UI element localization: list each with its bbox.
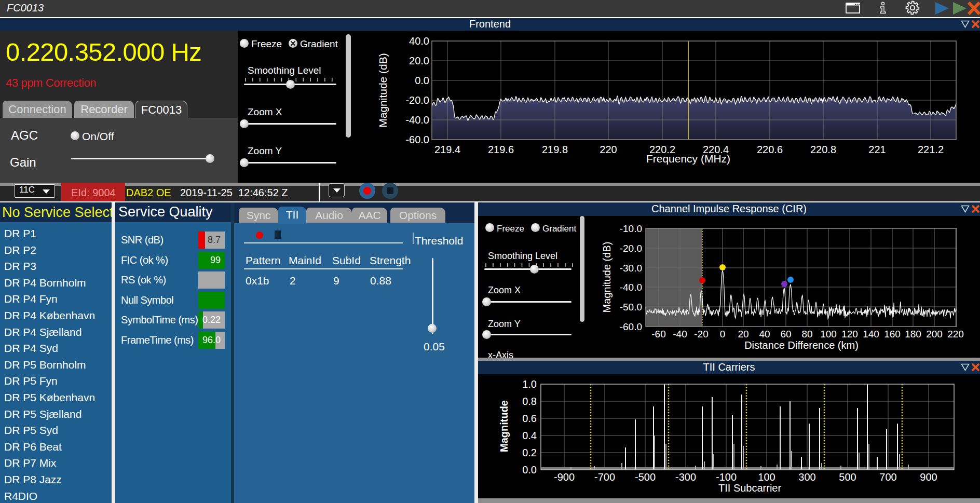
svg-text:219.6: 219.6 xyxy=(488,144,514,155)
svg-text:300: 300 xyxy=(798,471,815,483)
svg-text:180: 180 xyxy=(905,329,921,339)
svg-text:219.4: 219.4 xyxy=(434,144,460,155)
svg-text:80: 80 xyxy=(801,329,812,339)
svg-text:200: 200 xyxy=(926,329,943,339)
svg-text:-30.0: -30.0 xyxy=(620,263,642,274)
svg-text:140: 140 xyxy=(863,329,879,339)
svg-text:700: 700 xyxy=(879,471,896,483)
svg-text:-20.0: -20.0 xyxy=(405,94,429,106)
svg-text:0.8: 0.8 xyxy=(522,396,537,407)
svg-text:-40: -40 xyxy=(673,329,687,339)
svg-text:221: 221 xyxy=(868,144,886,155)
svg-text:-60: -60 xyxy=(651,329,665,339)
svg-text:Magnitude (dB): Magnitude (dB) xyxy=(601,242,612,313)
svg-text:100: 100 xyxy=(820,329,837,339)
svg-text:120: 120 xyxy=(841,329,858,339)
svg-text:0.0: 0.0 xyxy=(522,464,537,475)
svg-text:0.0: 0.0 xyxy=(415,75,429,86)
svg-text:60: 60 xyxy=(780,329,791,339)
svg-text:1.0: 1.0 xyxy=(522,378,537,390)
svg-text:-60.0: -60.0 xyxy=(405,134,429,145)
svg-text:Magnitude: Magnitude xyxy=(498,400,510,452)
svg-text:900: 900 xyxy=(920,471,937,483)
svg-text:20.0: 20.0 xyxy=(409,55,429,66)
svg-text:-40.0: -40.0 xyxy=(620,282,642,293)
svg-text:-20.0: -20.0 xyxy=(620,243,642,254)
svg-text:160: 160 xyxy=(884,329,901,339)
svg-text:-700: -700 xyxy=(594,471,615,483)
svg-text:-100: -100 xyxy=(716,471,737,483)
svg-text:-50.0: -50.0 xyxy=(620,302,642,312)
svg-text:TII Subcarrier: TII Subcarrier xyxy=(718,482,781,494)
svg-text:0.4: 0.4 xyxy=(522,430,537,441)
svg-text:220: 220 xyxy=(600,144,617,155)
svg-text:0.2: 0.2 xyxy=(522,447,537,458)
svg-text:-300: -300 xyxy=(675,471,696,483)
svg-text:220.6: 220.6 xyxy=(757,144,783,155)
svg-text:-20: -20 xyxy=(694,329,708,339)
svg-text:-500: -500 xyxy=(635,471,656,483)
svg-text:40.0: 40.0 xyxy=(409,35,429,47)
svg-text:20: 20 xyxy=(738,329,748,339)
svg-text:-10.0: -10.0 xyxy=(620,223,642,234)
svg-text:220.8: 220.8 xyxy=(810,144,836,155)
svg-text:Frequency (MHz): Frequency (MHz) xyxy=(646,153,730,165)
svg-text:-900: -900 xyxy=(554,471,575,483)
svg-text:0: 0 xyxy=(720,329,726,339)
svg-text:221.2: 221.2 xyxy=(918,144,944,155)
svg-text:220: 220 xyxy=(947,329,964,339)
svg-text:-40.0: -40.0 xyxy=(405,114,429,126)
svg-text:40: 40 xyxy=(759,329,770,339)
svg-text:219.8: 219.8 xyxy=(542,144,568,155)
svg-text:Magnitude (dB): Magnitude (dB) xyxy=(377,53,389,128)
svg-text:-60.0: -60.0 xyxy=(620,321,642,332)
svg-text:100: 100 xyxy=(758,471,775,483)
svg-text:500: 500 xyxy=(839,471,856,483)
svg-text:0.6: 0.6 xyxy=(522,413,537,424)
svg-text:Distance Difference (km): Distance Difference (km) xyxy=(744,339,859,351)
